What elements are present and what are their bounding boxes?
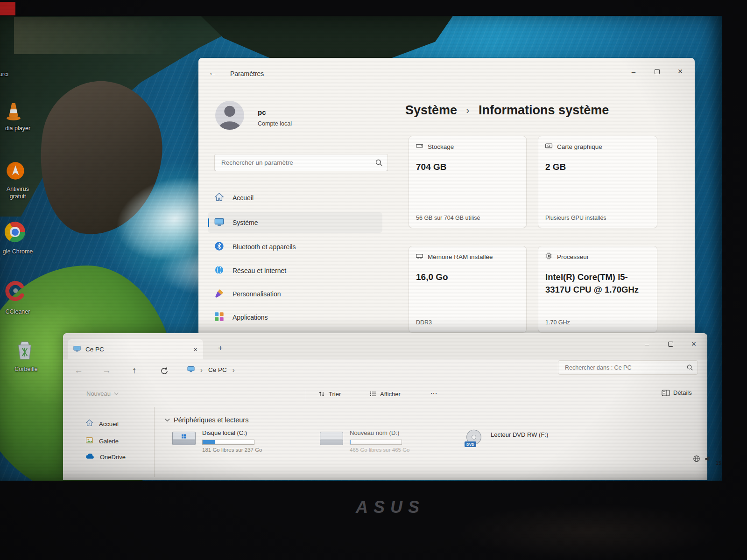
back-button[interactable]: ←: [74, 365, 83, 376]
sidebar-item-label: Système: [233, 219, 258, 226]
home-icon: [85, 419, 93, 428]
sort-icon: [318, 390, 325, 398]
maximize-button[interactable]: [645, 63, 669, 79]
forward-icon: →: [102, 365, 111, 375]
clock-time[interactable]: 15: [716, 460, 721, 466]
desktop-icon-label: gle Chrome: [0, 248, 37, 255]
settings-search-box[interactable]: [214, 154, 388, 171]
drive-info: 181 Go libres sur 237 Go: [202, 447, 262, 453]
up-button[interactable]: ↑: [132, 365, 137, 376]
card-stockage: Stockage 704 GB 56 GB sur 704 GB utilisé: [409, 136, 527, 228]
drive-item-d[interactable]: Nouveau nom (D:) 465 Go libres sur 465 G…: [319, 428, 436, 455]
sidebar-item-galerie[interactable]: Galerie: [85, 436, 119, 446]
bezel-reflection: [458, 504, 719, 560]
sidebar-item-systeme[interactable]: Système: [208, 212, 382, 233]
refresh-button[interactable]: [160, 367, 169, 377]
onedrive-cloud-icon: [85, 454, 94, 461]
sidebar-item-label: Galerie: [99, 438, 119, 445]
sidebar-item-accueil[interactable]: Accueil: [208, 188, 382, 208]
account-name: pc: [258, 108, 266, 116]
forward-button[interactable]: →: [102, 365, 111, 376]
network-globe-icon[interactable]: [693, 455, 700, 464]
card-carte-graphique: Carte graphique 2 GB Plusieurs GPU insta…: [538, 136, 657, 228]
sidebar-item-label: Bluetooth et appareils: [233, 243, 296, 251]
desktop-icon-shortcut[interactable]: urci: [0, 70, 23, 78]
close-button[interactable]: ×: [669, 63, 692, 79]
search-icon: [375, 159, 383, 168]
sidebar-item-onedrive[interactable]: OneDrive: [85, 454, 126, 461]
sidebar-item-label: Réseau et Internet: [233, 267, 286, 274]
card-title: Stockage: [428, 143, 454, 150]
file-explorer-window: Ce PC × + – × ←: [63, 333, 707, 480]
close-button[interactable]: ×: [682, 336, 705, 352]
sidebar-item-label: Applications: [233, 314, 268, 321]
asus-logo: ASUS: [356, 497, 425, 517]
page-title-breadcrumb: Système › Informations système: [405, 103, 609, 118]
chevron-down-icon: [114, 392, 119, 395]
sidebar-item-label: Personnalisation: [233, 290, 281, 298]
new-button[interactable]: Nouveau: [86, 390, 119, 397]
new-tab-button[interactable]: +: [218, 343, 223, 353]
chevron-right-icon: ›: [200, 366, 203, 374]
drive-usage-fill: [350, 440, 351, 444]
drive-item-c[interactable]: Disque local (C:) 181 Go libres sur 237 …: [171, 428, 288, 455]
drive-name: Nouveau nom (D:): [350, 429, 399, 436]
close-icon: ×: [193, 345, 197, 353]
minimize-button[interactable]: –: [635, 336, 659, 352]
sidebar-item-bluetooth[interactable]: Bluetooth et appareils: [208, 237, 382, 257]
address-segment[interactable]: Ce PC: [208, 366, 227, 373]
breadcrumb-parent[interactable]: Système: [405, 103, 457, 117]
explorer-search-box[interactable]: [558, 360, 698, 375]
settings-search-input[interactable]: [220, 154, 370, 171]
section-header-devices-and-drives[interactable]: Périphériques et lecteurs: [165, 416, 248, 424]
plus-icon: +: [218, 343, 223, 352]
card-value: Intel(R) Core(TM) i5-3317U CPU @ 1.70GHz: [545, 271, 651, 296]
laptop-screen: urci dia player Antivirus gratuit gle Ch…: [0, 16, 722, 481]
globe-icon: [214, 265, 224, 276]
sidebar-item-label: Accueil: [233, 194, 254, 202]
sidebar-item-accueil[interactable]: Accueil: [85, 419, 119, 428]
monitor-icon: [214, 217, 224, 228]
sidebar-item-personnalisation[interactable]: Personnalisation: [208, 284, 382, 304]
brush-icon: [214, 288, 224, 300]
maximize-button[interactable]: [659, 336, 682, 352]
desktop-icon-label: urci: [0, 70, 23, 78]
desktop-icon-label: Antivirus gratuit: [0, 185, 37, 200]
hard-drive-icon: [319, 429, 344, 450]
tab-close-button[interactable]: ×: [193, 345, 197, 353]
home-icon: [214, 192, 224, 203]
card-value: 704 GB: [416, 161, 521, 173]
settings-back-button[interactable]: ←: [209, 68, 217, 77]
view-icon: [369, 390, 377, 398]
dvd-badge: DVD: [465, 441, 476, 447]
hard-drive-icon: [171, 429, 197, 450]
chevron-down-icon: [165, 418, 170, 422]
drive-usage-bar: [350, 440, 402, 445]
more-button[interactable]: …: [430, 387, 438, 396]
explorer-search-input[interactable]: [564, 361, 681, 374]
sidebar-item-reseau[interactable]: Réseau et Internet: [208, 260, 382, 281]
settings-window: ← Paramètres – × pc Compte local: [198, 58, 695, 336]
tab-ce-pc[interactable]: Ce PC ×: [68, 339, 203, 359]
back-icon: ←: [209, 68, 217, 77]
settings-window-title: Paramètres: [230, 70, 264, 77]
details-button[interactable]: Détails: [662, 389, 692, 396]
card-detail: 1.70 GHz: [545, 319, 570, 326]
settings-window-controls: – ×: [622, 63, 692, 79]
command-label: Trier: [329, 391, 341, 398]
minimize-button[interactable]: –: [622, 63, 645, 79]
sidebar-item-label: Accueil: [99, 420, 119, 427]
drive-name: Lecteur DVD RW (F:): [491, 431, 548, 438]
red-icon: [0, 2, 15, 15]
card-value: 16,0 Go: [416, 271, 521, 283]
avatar[interactable]: [215, 101, 244, 130]
minimize-icon: –: [645, 340, 649, 348]
card-detail: Plusieurs GPU installés: [545, 215, 606, 221]
sidebar-item-applications[interactable]: Applications: [208, 307, 382, 328]
volume-icon[interactable]: [704, 455, 712, 464]
sort-button[interactable]: Trier: [318, 390, 341, 398]
address-bar[interactable]: › Ce PC ›: [187, 362, 449, 377]
view-button[interactable]: Afficher: [369, 390, 401, 398]
details-pane-icon: [662, 390, 670, 396]
drive-item-f[interactable]: DVD Lecteur DVD RW (F:): [464, 428, 580, 455]
